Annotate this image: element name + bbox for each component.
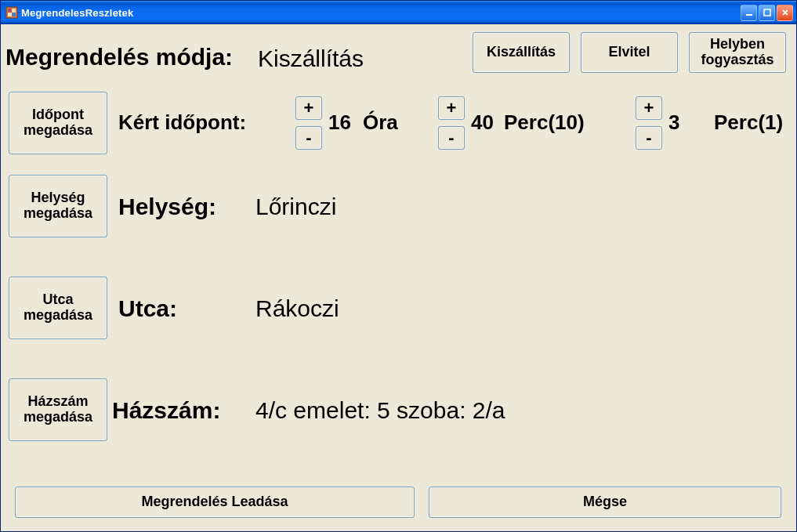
minimize-button[interactable] — [741, 5, 757, 21]
min1-value: 3 — [668, 110, 679, 135]
svg-rect-5 — [764, 9, 770, 16]
order-mode-value: Kiszállítás — [258, 45, 364, 72]
street-value: Rákoczi — [255, 295, 339, 322]
set-city-button[interactable]: Helység megadása — [9, 175, 107, 237]
hour-plus-button[interactable]: + — [295, 96, 322, 120]
window-title: MegrendelesReszletek — [21, 7, 741, 19]
maximize-button[interactable] — [759, 5, 775, 21]
submit-order-button[interactable]: Megrendelés Leadása — [15, 487, 415, 518]
city-label: Helység: — [118, 194, 216, 220]
mode-takeaway-button[interactable]: Elvitel — [581, 32, 678, 73]
svg-rect-3 — [12, 13, 16, 16]
min10-plus-button[interactable]: + — [438, 96, 465, 120]
svg-rect-2 — [8, 9, 12, 13]
houseno-value: 4/c emelet: 5 szoba: 2/a — [255, 397, 505, 424]
set-street-button[interactable]: Utca megadása — [9, 277, 107, 339]
svg-rect-4 — [746, 14, 752, 16]
titlebar: MegrendelesReszletek — [1, 1, 796, 24]
min1-plus-button[interactable]: + — [636, 96, 662, 120]
requested-time-label: Kért időpont: — [118, 110, 246, 135]
mode-dinein-button[interactable]: Helyben fogyasztás — [689, 32, 786, 73]
min10-unit: Perc(10) — [504, 110, 585, 135]
houseno-label: Házszám: — [112, 397, 220, 424]
hour-unit: Óra — [363, 110, 398, 135]
street-label: Utca: — [118, 295, 177, 322]
hour-value: 16 — [328, 110, 351, 135]
min10-value: 40 — [471, 110, 494, 135]
app-icon — [5, 6, 18, 19]
set-time-button[interactable]: Időpont megadása — [9, 92, 107, 154]
city-value: Lőrinczi — [255, 194, 336, 220]
mode-delivery-button[interactable]: Kiszállítás — [473, 32, 570, 73]
min1-minus-button[interactable]: - — [636, 126, 662, 150]
window-controls — [741, 5, 793, 21]
min10-minus-button[interactable]: - — [438, 126, 465, 150]
set-houseno-button[interactable]: Házszám megadása — [9, 378, 107, 441]
close-button[interactable] — [777, 5, 793, 21]
app-window: MegrendelesReszletek Megrendelés módja: … — [0, 0, 797, 532]
client-area: Megrendelés módja: Kiszállítás Kiszállít… — [1, 24, 796, 531]
min1-unit: Perc(1) — [714, 110, 783, 135]
order-mode-label: Megrendelés módja: — [5, 44, 233, 71]
cancel-button[interactable]: Mégse — [429, 487, 781, 518]
hour-minus-button[interactable]: - — [295, 126, 322, 150]
